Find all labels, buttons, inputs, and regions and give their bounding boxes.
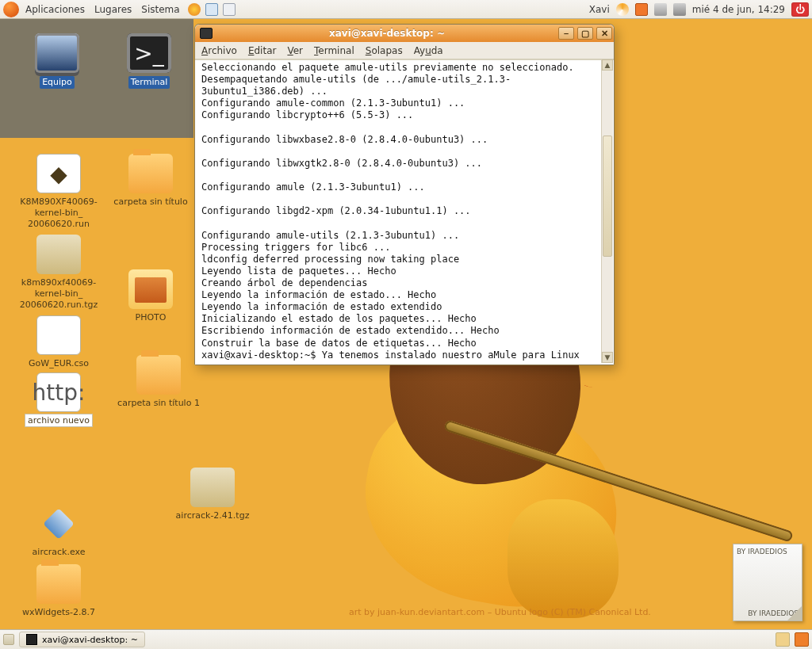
icon-label: K8M890XF40069-kernel-bin_20060620.run — [11, 197, 106, 229]
power-button[interactable]: ⏻ — [791, 2, 809, 17]
maximize-button[interactable]: ▢ — [577, 27, 593, 40]
terminal-prompt: xavi@xavi-desktop:~$ — [201, 349, 322, 361]
menu-editar[interactable]: Editar — [248, 45, 277, 56]
desktop-icon-carpeta2[interactable]: carpeta sin título 1 — [111, 355, 206, 409]
titlebar[interactable]: xavi@xavi-desktop: ~ – ▢ ✕ — [195, 25, 614, 42]
sticky-text-top: BY IRADEDIOS — [737, 548, 799, 555]
file-icon: ◆ — [36, 154, 81, 193]
menu-lugares[interactable]: Lugares — [94, 4, 132, 15]
menu-aplicaciones[interactable]: Aplicaciones — [25, 4, 85, 15]
minimize-button[interactable]: – — [558, 27, 574, 40]
desktop-icon-carpeta1[interactable]: carpeta sin título — [103, 154, 198, 208]
menu-archivo[interactable]: Archivo — [201, 45, 237, 56]
desktop-icon-archivo[interactable]: http: archivo nuevo — [11, 372, 106, 426]
icon-label: GoW_EUR.cso — [11, 358, 106, 369]
panel-right: Xavi mié 4 de jun, 14:29 ⏻ — [589, 2, 812, 17]
volume-icon[interactable] — [673, 3, 686, 16]
desktop-icon-gow[interactable]: GoW_EUR.cso — [11, 315, 106, 369]
icon-label: carpeta sin título 1 — [111, 398, 206, 409]
folder-icon — [36, 564, 81, 604]
taskbar-item[interactable]: xavi@xavi-desktop: ~ — [19, 632, 145, 647]
pagecurl-icon — [787, 606, 802, 620]
file-icon — [36, 315, 81, 355]
icon-label: wxWidgets-2.8.7 — [11, 607, 106, 618]
computer-icon — [35, 33, 79, 73]
terminal-window: xavi@xavi-desktop: ~ – ▢ ✕ Archivo Edita… — [194, 24, 615, 365]
window-title: xavi@xavi-desktop: ~ — [217, 28, 557, 39]
firefox-icon[interactable] — [188, 3, 201, 16]
scrollbar[interactable]: ▲ ▼ — [601, 59, 613, 363]
bottom-panel: xavi@xavi-desktop: ~ — [0, 629, 812, 649]
close-button[interactable]: ✕ — [596, 27, 612, 40]
desktop-icon-terminal[interactable]: >_ Terminal — [102, 33, 197, 89]
update-icon[interactable] — [635, 3, 648, 16]
desktop-icon-run[interactable]: ◆ K8M890XF40069-kernel-bin_20060620.run — [11, 154, 106, 229]
desktop-icon-aircrack-exe[interactable]: aircrack.exe — [11, 504, 106, 558]
folder-icon — [128, 154, 173, 193]
terminal-titlebar-icon — [200, 28, 213, 39]
top-panel: Aplicaciones Lugares Sistema Xavi mié 4 … — [0, 0, 812, 19]
menu-ayuda[interactable]: Ayuda — [414, 45, 443, 56]
terminal-icon: >_ — [127, 33, 171, 73]
trash-icon[interactable] — [795, 632, 809, 647]
desktop-icon-equipo[interactable]: Equipo — [10, 33, 105, 89]
launcher-icons — [188, 3, 236, 16]
exe-icon — [36, 504, 81, 544]
folder-icon — [128, 269, 173, 309]
workspace-switcher[interactable] — [776, 632, 790, 647]
http-file-icon: http: — [36, 372, 81, 412]
menu-solapas[interactable]: Solapas — [366, 45, 403, 56]
archive-icon — [36, 235, 81, 274]
network-icon[interactable] — [654, 3, 667, 16]
scroll-up-icon[interactable]: ▲ — [602, 59, 613, 71]
archive-icon — [190, 468, 235, 507]
folder-icon — [136, 355, 181, 395]
icon-label: aircrack.exe — [11, 547, 106, 558]
user-label[interactable]: Xavi — [589, 4, 610, 15]
weather-icon[interactable] — [616, 3, 629, 16]
icon-label: k8m890xf40069-kernel-bin_20060620.run.tg… — [11, 277, 106, 310]
desktop-icon-aircrack-tgz[interactable]: aircrack-2.41.tgz — [165, 468, 260, 521]
icon-label: carpeta sin título — [103, 197, 198, 208]
terminal-output[interactable]: Seleccionando el paquete amule-utils pre… — [195, 59, 614, 365]
help-icon[interactable] — [223, 3, 236, 16]
ubuntu-logo-icon[interactable] — [3, 2, 19, 17]
sticky-note[interactable]: BY IRADEDIOS BY IRADEDIOS — [733, 544, 802, 621]
icon-label: archivo nuevo — [11, 415, 106, 426]
mail-icon[interactable] — [205, 3, 218, 16]
taskbar-label: xavi@xavi-desktop: ~ — [42, 635, 138, 645]
clock[interactable]: mié 4 de jun, 14:29 — [692, 4, 785, 15]
scroll-thumb[interactable] — [603, 136, 612, 257]
desktop-icon-wxwidgets[interactable]: wxWidgets-2.8.7 — [11, 564, 106, 618]
global-menu: Aplicaciones Lugares Sistema — [22, 4, 180, 15]
menu-sistema[interactable]: Sistema — [141, 4, 179, 15]
icon-label: Terminal — [128, 76, 170, 89]
show-desktop-button[interactable] — [3, 634, 14, 645]
icon-label: PHOTO — [103, 312, 198, 323]
scroll-down-icon[interactable]: ▼ — [602, 352, 613, 363]
menu-terminal[interactable]: Terminal — [314, 45, 354, 56]
icon-label: Equipo — [40, 76, 75, 89]
terminal-menubar: Archivo Editar Ver Terminal Solapas Ayud… — [195, 42, 614, 59]
wallpaper-credit: art by juan-kun.deviantart.com – Ubuntu … — [349, 607, 651, 617]
desktop-icon-tgz1[interactable]: k8m890xf40069-kernel-bin_20060620.run.tg… — [11, 235, 106, 310]
menu-ver[interactable]: Ver — [287, 45, 303, 56]
terminal-command: Ya tenemos instalado nuestro aMule para … — [322, 349, 580, 361]
terminal-icon — [26, 634, 37, 645]
icon-label: aircrack-2.41.tgz — [165, 510, 260, 521]
desktop-icon-photo[interactable]: PHOTO — [103, 269, 198, 323]
